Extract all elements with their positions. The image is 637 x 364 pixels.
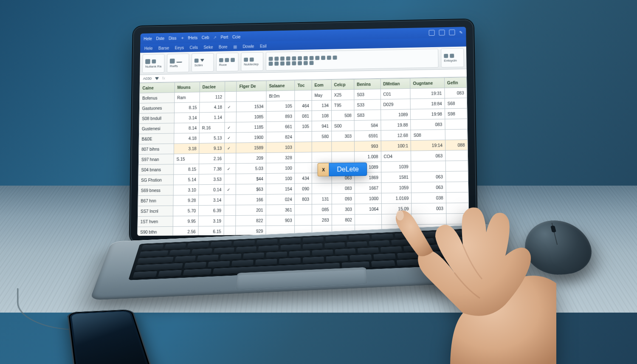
cell[interactable]: 1039	[381, 161, 411, 172]
cell[interactable]: 024	[266, 194, 295, 205]
menu-item[interactable]: Cels	[189, 45, 197, 50]
cell[interactable]: 3.18	[174, 143, 199, 154]
cell[interactable]: 131	[312, 194, 332, 204]
cell[interactable]	[355, 214, 381, 225]
cell[interactable]: S08 bndull	[139, 113, 175, 124]
cell[interactable]: 085	[312, 204, 332, 215]
cell[interactable]: 508	[331, 110, 354, 121]
column-header[interactable]	[225, 81, 237, 91]
cell[interactable]: 9.13	[199, 143, 225, 154]
cell[interactable]	[224, 153, 236, 164]
name-box[interactable]: A030	[143, 76, 152, 81]
cell[interactable]: 166	[236, 195, 266, 205]
cell[interactable]: 4.18	[174, 133, 200, 144]
cell[interactable]: 1581	[381, 172, 411, 183]
cell[interactable]: May	[312, 90, 331, 101]
cell[interactable]: 3.10	[173, 185, 199, 195]
cell[interactable]	[224, 226, 236, 236]
cell[interactable]: 803	[295, 194, 312, 204]
column-header[interactable]: Caine	[140, 82, 175, 93]
ribbon-group[interactable]	[266, 49, 439, 71]
cell[interactable]: 100	[266, 163, 295, 173]
column-header[interactable]: Toc	[295, 80, 312, 90]
ribbon-group[interactable]: Nultank Ra	[142, 54, 165, 73]
cell[interactable]: 105	[295, 121, 312, 132]
cell[interactable]: 3.53	[199, 174, 224, 185]
cell[interactable]: S69 bness	[138, 185, 173, 195]
menu-item[interactable]: Eeys	[175, 45, 184, 50]
menu-item[interactable]: Pert	[221, 35, 228, 40]
cell[interactable]: 903	[266, 215, 295, 226]
cell[interactable]: SS7 Incnl	[138, 206, 173, 216]
cell[interactable]	[446, 192, 468, 203]
cell[interactable]	[312, 152, 331, 163]
cell[interactable]: T95	[331, 100, 354, 110]
cell[interactable]	[295, 215, 312, 226]
cell[interactable]: 100:1	[381, 141, 411, 151]
cell[interactable]: 090	[295, 183, 312, 194]
cell[interactable]: S83	[354, 110, 381, 120]
cell[interactable]: 1000	[355, 193, 381, 204]
cell[interactable]: 8.15	[174, 164, 199, 175]
cell[interactable]: 1ST hven	[138, 216, 173, 227]
cell[interactable]: 5.03	[236, 163, 266, 174]
cell[interactable]: S68	[445, 98, 467, 109]
cell[interactable]: 15.09	[381, 203, 412, 214]
dropdown-icon[interactable]	[155, 77, 159, 80]
cell[interactable]	[312, 141, 331, 152]
cell[interactable]	[445, 161, 468, 171]
cell[interactable]	[445, 129, 468, 140]
cell[interactable]: 063	[411, 150, 445, 161]
cell[interactable]	[446, 213, 469, 224]
column-header[interactable]: Ougntane	[410, 78, 445, 89]
cell[interactable]: 100	[266, 173, 295, 184]
cell[interactable]	[445, 119, 468, 130]
cell[interactable]: 063	[411, 172, 445, 183]
cell[interactable]: ✓	[225, 102, 237, 112]
cell[interactable]: 083	[411, 119, 445, 130]
cell[interactable]: 19:14	[411, 140, 445, 151]
cell[interactable]: 1185	[237, 122, 266, 133]
cell[interactable]: S98	[445, 108, 467, 119]
cell[interactable]: 1.0169	[381, 193, 412, 204]
cell[interactable]: 0.14	[199, 184, 224, 195]
cell[interactable]: 802	[332, 214, 355, 225]
ribbon-group[interactable]: Rwffs	[167, 54, 189, 73]
cell[interactable]: D029	[381, 99, 411, 110]
cell[interactable]: 303	[332, 131, 355, 141]
close-icon[interactable]: X	[318, 163, 329, 177]
cell[interactable]: 061	[381, 214, 412, 225]
cell[interactable]: 7.38	[199, 164, 224, 174]
column-header[interactable]: Daclee	[200, 82, 225, 92]
column-header[interactable]: Mouns	[175, 82, 200, 93]
cell[interactable]	[224, 205, 236, 216]
cell[interactable]: B67 hnn	[138, 195, 173, 206]
cell[interactable]: 9.28	[173, 195, 199, 206]
cell[interactable]: 108	[312, 110, 331, 121]
cell[interactable]: C01	[381, 88, 411, 99]
cell[interactable]: 1900	[236, 132, 266, 143]
cell[interactable]: 1085	[237, 111, 266, 122]
menu-item[interactable]: Barse	[158, 45, 169, 50]
cell[interactable]	[411, 161, 445, 172]
cell[interactable]	[224, 215, 236, 226]
cell[interactable]: CO4	[381, 151, 411, 162]
column-header[interactable]: Eom	[312, 79, 331, 90]
cell[interactable]	[332, 141, 355, 152]
cell[interactable]	[446, 182, 468, 192]
menu-item[interactable]: Bore	[219, 45, 228, 49]
cell[interactable]: 2.56	[173, 226, 198, 236]
cell[interactable]: 112	[200, 92, 225, 102]
cell[interactable]: 941	[312, 121, 331, 131]
cell[interactable]: 154	[266, 183, 295, 194]
ribbon-group[interactable]: Sctirn	[192, 53, 214, 72]
cell[interactable]	[295, 131, 312, 142]
column-header[interactable]: Flger De	[237, 81, 266, 91]
cell[interactable]: 3.14	[174, 113, 200, 123]
cell[interactable]: 993	[354, 141, 381, 152]
cell[interactable]: S33	[354, 99, 381, 110]
menu-item[interactable]: Ceb	[202, 35, 209, 40]
cell[interactable]: ✓	[224, 184, 236, 195]
cell[interactable]: 283	[312, 214, 332, 225]
cell[interactable]: 083	[332, 183, 355, 194]
